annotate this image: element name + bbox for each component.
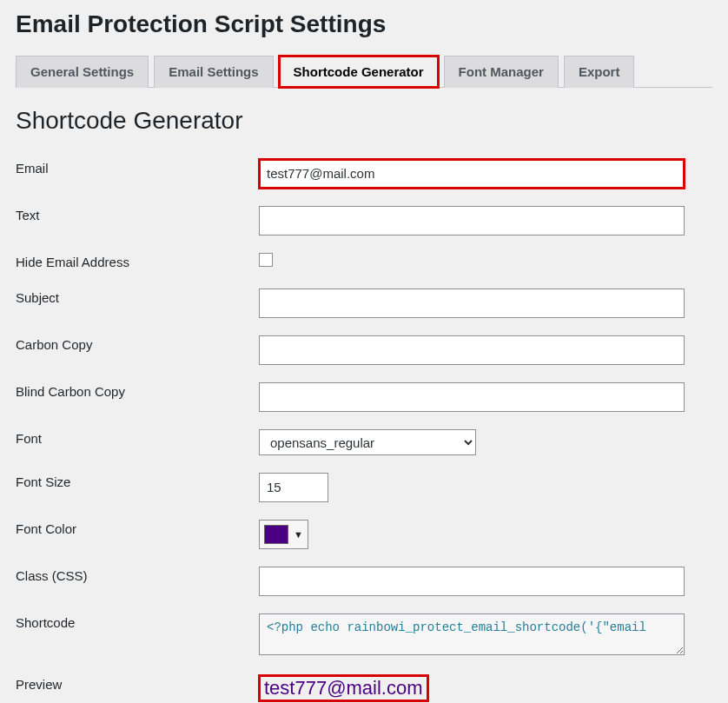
hide-email-checkbox[interactable]	[259, 253, 273, 267]
color-swatch	[264, 525, 288, 544]
bcc-input[interactable]	[259, 382, 685, 412]
class-input[interactable]	[259, 567, 685, 596]
subject-label: Subject	[16, 280, 259, 327]
shortcode-label: Shortcode	[16, 605, 259, 667]
section-title: Shortcode Generator	[16, 107, 712, 135]
tab-export[interactable]: Export	[564, 56, 635, 88]
bcc-label: Blind Carbon Copy	[16, 374, 259, 421]
tab-general-settings[interactable]: General Settings	[16, 56, 149, 88]
page-title: Email Protection Script Settings	[16, 10, 712, 38]
font-select[interactable]: opensans_regular	[259, 429, 476, 455]
fontsize-label: Font Size	[16, 464, 259, 511]
preview-label: Preview	[16, 667, 259, 703]
settings-form: Email Text Hide Email Address Subject Ca…	[16, 150, 712, 703]
class-label: Class (CSS)	[16, 558, 259, 605]
chevron-down-icon: ▼	[294, 529, 303, 540]
cc-label: Carbon Copy	[16, 327, 259, 374]
text-input[interactable]	[259, 206, 685, 235]
fontcolor-picker[interactable]: ▼	[259, 520, 308, 549]
preview-output: test777@mail.com	[259, 675, 428, 701]
subject-input[interactable]	[259, 288, 685, 318]
email-label: Email	[16, 150, 259, 197]
tab-font-manager[interactable]: Font Manager	[444, 56, 559, 88]
email-input[interactable]	[259, 159, 685, 189]
hide-email-label: Hide Email Address	[16, 244, 259, 280]
font-label: Font	[16, 421, 259, 464]
shortcode-output[interactable]: <?php echo rainbowi_protect_email_shortc…	[259, 613, 685, 655]
tab-shortcode-generator[interactable]: Shortcode Generator	[279, 56, 439, 88]
cc-input[interactable]	[259, 335, 685, 365]
fontsize-input[interactable]	[259, 473, 328, 502]
text-label: Text	[16, 197, 259, 244]
tab-email-settings[interactable]: Email Settings	[154, 56, 273, 88]
nav-tabs: General Settings Email Settings Shortcod…	[16, 50, 712, 88]
fontcolor-label: Font Color	[16, 511, 259, 558]
